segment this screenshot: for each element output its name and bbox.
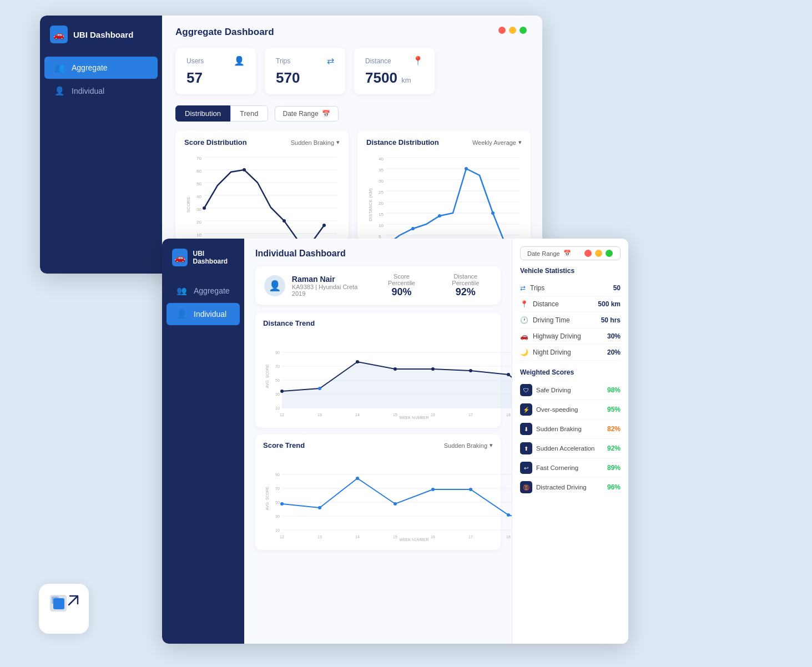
distracted-driving-score-row: 📵 Distracted Driving 96% — [520, 478, 621, 497]
distance-distribution-filter[interactable]: Weekly Average ▾ — [472, 139, 522, 146]
svg-text:60: 60 — [196, 169, 201, 174]
individual-window: 🚗 UBI Dashboard 👥 Aggregate 👤 Individual… — [162, 239, 628, 644]
aggregate-icon: 👥 — [54, 63, 65, 73]
distance-unit: km — [401, 76, 411, 84]
user-vehicle: KA9383 | Hyundai Creta 2019 — [292, 284, 372, 297]
ind-minimize-button[interactable] — [595, 250, 602, 257]
score-trend-filter[interactable]: Sudden Braking ▾ — [444, 442, 493, 449]
svg-text:16: 16 — [431, 413, 435, 417]
highway-driving-vstat-label: Highway Driving — [533, 332, 581, 340]
sudden-acceleration-score-row: ⬆ Sudden Acceleration 92% — [520, 439, 621, 458]
svg-text:40: 40 — [379, 156, 384, 161]
svg-text:16: 16 — [431, 535, 435, 539]
svg-text:AVG. SCORE: AVG. SCORE — [265, 364, 269, 388]
trips-vstat-label: Trips — [530, 284, 544, 292]
minimize-button[interactable] — [509, 27, 516, 34]
svg-rect-116 — [52, 597, 59, 604]
aggregate-window: 🚗 UBI Dashboard 👥 Aggregate 👤 Individual… — [40, 16, 542, 274]
sidebar-item-aggregate[interactable]: 👥 Aggregate — [44, 57, 158, 79]
svg-text:15: 15 — [393, 413, 397, 417]
svg-text:14: 14 — [355, 535, 360, 539]
safe-driving-value: 98% — [607, 386, 621, 394]
users-label: Users — [186, 57, 204, 65]
ind-close-button[interactable] — [584, 250, 592, 257]
trips-vstat-icon: ⇄ — [520, 284, 526, 292]
trips-vstat-value: 50 — [613, 284, 621, 292]
night-driving-vstat-label: Night Driving — [533, 348, 571, 356]
distracted-driving-label: Distracted Driving — [536, 484, 587, 491]
score-percentile-label: Score Percentile — [379, 273, 423, 286]
driving-time-stat-row: 🕐 Driving Time 50 hrs — [520, 312, 621, 329]
sidebar-item-individual-label: Individual — [72, 87, 104, 95]
tabs-row: Distribution Trend Date Range 📅 — [175, 105, 529, 122]
score-trend-chart: AVG. SCORE 10 30 50 70 90 12 13 14 15 16 — [263, 455, 512, 541]
ind-sidebar-item-aggregate[interactable]: 👥 Aggregate — [167, 280, 240, 302]
svg-text:AVG. SCORE: AVG. SCORE — [265, 486, 269, 510]
sidebar-logo: 🚗 UBI Dashboard — [40, 26, 162, 55]
individual-main: Individual Dashboard 👤 Raman Nair KA9383… — [244, 239, 628, 644]
svg-text:SCORE: SCORE — [186, 197, 191, 213]
overspeeding-score-row: ⚡ Over-speeding 95% — [520, 400, 621, 420]
score-percentile-item: Score Percentile 90% — [379, 273, 423, 298]
close-button[interactable] — [498, 27, 506, 34]
svg-text:20: 20 — [196, 220, 201, 225]
svg-point-53 — [438, 214, 441, 218]
safe-driving-icon: 🛡 — [520, 384, 532, 396]
date-range-label: Date Range — [283, 110, 319, 118]
date-range-button[interactable]: Date Range 📅 — [275, 106, 339, 122]
svg-text:13: 13 — [317, 413, 322, 417]
overspeeding-icon: ⚡ — [520, 403, 532, 416]
vehicle-stats-title: Vehicle Statistics — [520, 267, 621, 275]
distance-stat-row: 📍 Distance 500 km — [520, 296, 621, 312]
svg-point-81 — [394, 367, 397, 371]
ind-maximize-button[interactable] — [606, 250, 613, 257]
fast-cornering-value: 89% — [607, 464, 621, 472]
individual-right-panel: Date Range 📅 Vehicle Statistics ⇄ Trips … — [512, 239, 628, 644]
ind-sidebar-item-individual[interactable]: 👤 Individual — [167, 303, 240, 325]
distance-value: 7500 — [365, 69, 397, 86]
sudden-acceleration-label: Sudden Acceleration — [536, 445, 595, 452]
svg-text:10: 10 — [196, 233, 201, 238]
score-trend-title: Score Trend — [263, 441, 305, 449]
driving-time-vstat-icon: 🕐 — [520, 316, 528, 324]
svg-text:50: 50 — [275, 378, 280, 382]
ind-sidebar-item-aggregate-label: Aggregate — [194, 286, 230, 295]
svg-point-107 — [318, 506, 321, 509]
svg-text:WEEK NUMBER: WEEK NUMBER — [400, 416, 429, 419]
svg-point-109 — [394, 502, 397, 506]
svg-text:10: 10 — [275, 406, 280, 410]
score-distribution-title: Score Distribution — [184, 138, 247, 146]
sidebar-item-individual[interactable]: 👤 Individual — [44, 80, 158, 102]
distribution-tab[interactable]: Distribution — [175, 105, 230, 122]
svg-text:70: 70 — [275, 365, 280, 368]
svg-text:18: 18 — [506, 535, 511, 539]
fast-cornering-icon: ↩ — [520, 462, 532, 474]
highway-driving-stat-row: 🚗 Highway Driving 30% — [520, 329, 621, 345]
svg-text:70: 70 — [275, 487, 280, 491]
svg-text:14: 14 — [355, 413, 360, 417]
svg-point-110 — [431, 488, 435, 491]
aggregate-main: Aggregate Dashboard Users 👤 57 Trips ⇄ 5… — [162, 16, 542, 274]
user-stats: Score Percentile 90% Distance Percentile… — [379, 273, 492, 298]
ind-date-range-label: Date Range — [527, 250, 560, 257]
ind-logo-icon: 🚗 — [172, 249, 188, 266]
users-stat-card: Users 👤 57 — [175, 48, 256, 94]
svg-point-24 — [283, 219, 286, 223]
svg-text:50: 50 — [196, 181, 201, 186]
maximize-button[interactable] — [520, 27, 527, 34]
ind-sidebar-item-individual-label: Individual — [194, 310, 226, 319]
driving-time-vstat-label: Driving Time — [533, 316, 570, 324]
svg-text:20: 20 — [379, 201, 384, 206]
fast-cornering-score-row: ↩ Fast Cornering 89% — [520, 458, 621, 478]
user-card: 👤 Raman Nair KA9383 | Hyundai Creta 2019… — [255, 266, 501, 305]
trend-tab[interactable]: Trend — [230, 105, 268, 122]
overspeeding-label: Over-speeding — [536, 406, 578, 413]
distance-trend-card: Distance Trend AVG. SCORE 10 30 50 70 90 — [255, 312, 501, 428]
svg-point-55 — [491, 211, 495, 215]
score-trend-chevron-icon: ▾ — [490, 442, 493, 449]
svg-text:15: 15 — [379, 212, 384, 217]
score-distribution-filter[interactable]: Sudden Braking ▾ — [291, 139, 340, 146]
svg-point-83 — [469, 369, 472, 372]
sudden-acceleration-value: 92% — [607, 444, 621, 452]
svg-point-82 — [431, 367, 435, 371]
